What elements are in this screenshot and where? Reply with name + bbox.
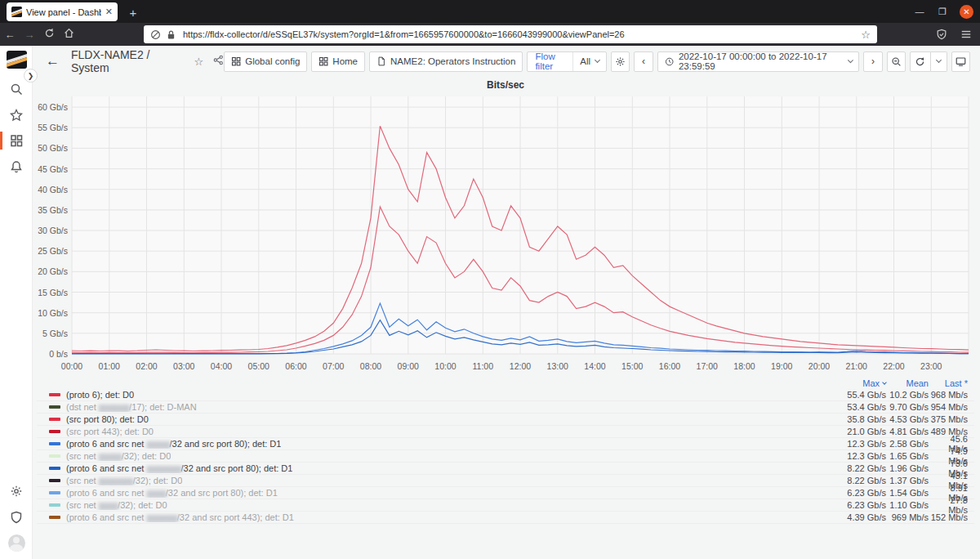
legend-sort-mean[interactable]: Mean xyxy=(886,378,929,388)
panel-settings-button[interactable] xyxy=(611,51,630,72)
legend-row[interactable]: (proto 6 and src net ██████/32 and src p… xyxy=(37,438,974,450)
sidebar-item-server-admin[interactable] xyxy=(0,505,33,530)
timeseries-graph[interactable] xyxy=(72,96,969,354)
menu-hamburger-icon[interactable] xyxy=(960,29,972,40)
x-tick-label: 04:00 xyxy=(202,361,241,371)
series-color-swatch[interactable] xyxy=(49,516,60,519)
series-label[interactable]: (proto 6 and src net █████████/32 and sr… xyxy=(66,463,292,473)
redacted-ip: █████ xyxy=(99,503,118,510)
legend-row[interactable]: (src net █████████/32); det: D08.22 Gb/s… xyxy=(37,475,974,487)
operators-instruction-button[interactable]: NAME2: Operators Instruction xyxy=(369,51,523,72)
redacted-ip: █████████ xyxy=(99,478,133,485)
time-range-picker[interactable]: 2022-10-17 00:00:00 to 2022-10-17 23:59:… xyxy=(657,51,860,72)
y-tick-label: 10 Gb/s xyxy=(37,308,68,318)
legend-sort-last[interactable]: Last * xyxy=(929,378,968,388)
series-color-swatch[interactable] xyxy=(49,503,60,507)
series-label[interactable]: (proto 6 and src net ████████/32 and src… xyxy=(66,512,294,522)
x-tick-label: 14:00 xyxy=(576,361,615,371)
sidebar-item-profile[interactable] xyxy=(0,530,33,555)
forward-icon[interactable]: → xyxy=(20,29,39,41)
series-color-swatch[interactable] xyxy=(49,454,60,458)
x-tick-label: 15:00 xyxy=(612,361,652,371)
sidebar xyxy=(0,46,33,559)
series-label[interactable]: (dst net ████████/17); det: D-MAN xyxy=(66,402,197,412)
series-color-swatch[interactable] xyxy=(49,430,60,433)
series-color-swatch[interactable] xyxy=(49,479,60,482)
time-shift-forward-button[interactable]: › xyxy=(863,51,882,72)
series-color-swatch[interactable] xyxy=(49,393,60,396)
value-max: 6.23 Gb/s xyxy=(829,488,886,498)
value-mean: 1.10 Gb/s xyxy=(886,500,929,510)
legend-row[interactable]: (src port 80); det: D035.8 Gb/s4.53 Gb/s… xyxy=(37,414,974,426)
dashboards-grid-icon xyxy=(10,134,23,147)
sidebar-expand-chevron[interactable]: ❯ xyxy=(24,69,38,83)
value-last: 968 Mb/s xyxy=(929,390,968,400)
shield-permissions-icon[interactable] xyxy=(936,29,947,40)
refresh-interval-dropdown[interactable] xyxy=(931,51,947,72)
back-to-dashboard-icon[interactable]: ← xyxy=(46,53,60,69)
lock-icon[interactable] xyxy=(166,29,176,40)
refresh-button[interactable] xyxy=(910,51,931,72)
share-icon[interactable] xyxy=(213,54,224,69)
home-icon[interactable] xyxy=(59,28,78,41)
home-button[interactable]: Home xyxy=(311,51,365,72)
legend-row[interactable]: (proto 6 and src net █████████/32 and sr… xyxy=(37,463,974,475)
legend-row[interactable]: (proto 6 and src net ████████/32 and src… xyxy=(37,512,974,524)
series-color-swatch[interactable] xyxy=(49,491,60,494)
url-bar[interactable]: ☆ xyxy=(144,25,877,43)
chevron-down-icon xyxy=(595,57,600,63)
url-input[interactable] xyxy=(181,29,856,40)
series-color-swatch[interactable] xyxy=(49,418,60,421)
grafana-logo[interactable] xyxy=(7,51,27,69)
star-dashboard-icon[interactable]: ☆ xyxy=(194,56,204,68)
global-config-button[interactable]: Global config xyxy=(224,51,307,72)
series-label[interactable]: (proto 6 and src net █████/32 and src po… xyxy=(66,488,278,498)
sidebar-item-dashboards[interactable] xyxy=(0,128,33,153)
series-label[interactable]: (src net ██████/32); det: D0 xyxy=(66,451,171,461)
window-maximize-button[interactable]: ❐ xyxy=(937,7,948,17)
zoom-out-button[interactable] xyxy=(887,51,906,72)
value-mean: 4.81 Gb/s xyxy=(886,427,929,436)
panel-title: Bits/sec xyxy=(37,79,974,91)
time-range-text: 2022-10-17 00:00:00 to 2022-10-17 23:59:… xyxy=(679,51,844,71)
series-label[interactable]: (proto 6 and src net ██████/32 and src p… xyxy=(66,439,281,449)
new-tab-button[interactable]: + xyxy=(124,3,142,21)
legend-row[interactable]: (proto 6); det: D055.4 Gb/s10.2 Gb/s968 … xyxy=(37,389,974,401)
reload-icon[interactable] xyxy=(39,28,59,41)
value-last: 152 Mb/s xyxy=(929,512,968,522)
x-tick-label: 23:00 xyxy=(911,361,951,371)
flow-filter-select[interactable]: All xyxy=(572,52,606,71)
tab-close-icon[interactable]: ✕ xyxy=(105,7,113,17)
legend-row[interactable]: (src net ██████/32); det: D012.3 Gb/s1.6… xyxy=(37,450,974,463)
series-label[interactable]: (src net █████/32); det: D0 xyxy=(66,500,167,510)
x-tick-label: 20:00 xyxy=(800,361,839,371)
series-label[interactable]: (proto 6); det: D0 xyxy=(66,390,134,400)
time-shift-back-button[interactable]: ‹ xyxy=(634,51,653,72)
browser-tab[interactable]: View panel - Dashboards ✕ xyxy=(7,2,118,21)
sidebar-item-starred[interactable] xyxy=(0,103,33,127)
legend-row[interactable]: (dst net ████████/17); det: D-MAN53.4 Gb… xyxy=(37,401,974,414)
legend-sort-max[interactable]: Max xyxy=(829,378,886,388)
cycle-view-mode-button[interactable] xyxy=(951,51,970,72)
y-tick-label: 35 Gb/s xyxy=(37,205,68,215)
sidebar-item-alerting[interactable] xyxy=(0,154,33,179)
sidebar-item-configuration[interactable] xyxy=(0,479,33,503)
series-label[interactable]: (src port 443); det: D0 xyxy=(66,427,154,436)
series-color-swatch[interactable] xyxy=(49,442,60,445)
series-color-swatch[interactable] xyxy=(49,405,60,409)
bookmark-star-icon[interactable]: ☆ xyxy=(861,29,871,41)
flow-filter-value: All xyxy=(580,56,590,66)
series-label[interactable]: (src port 80); det: D0 xyxy=(66,414,149,424)
series-label[interactable]: (src net █████████/32); det: D0 xyxy=(66,476,182,485)
legend-row[interactable]: (proto 6 and src net █████/32 and src po… xyxy=(37,487,974,499)
legend-row[interactable]: (src net █████/32); det: D06.23 Gb/s1.10… xyxy=(37,499,974,512)
series-color-swatch[interactable] xyxy=(49,467,60,470)
x-tick-label: 01:00 xyxy=(90,361,129,371)
tracking-protection-icon[interactable] xyxy=(150,29,161,40)
window-minimize-button[interactable]: — xyxy=(914,7,925,16)
legend-row[interactable]: (src port 443); det: D021.0 Gb/s4.81 Gb/… xyxy=(37,426,974,438)
window-close-button[interactable]: ✕ xyxy=(960,5,973,19)
back-icon[interactable]: ← xyxy=(0,29,20,41)
flow-filter-label[interactable]: Flow filter xyxy=(528,51,572,71)
x-tick-label: 02:00 xyxy=(127,361,167,371)
